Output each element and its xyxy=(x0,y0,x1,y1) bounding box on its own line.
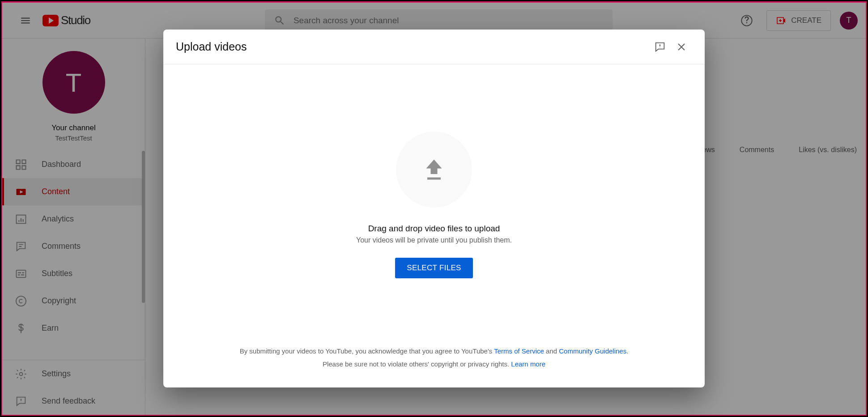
upload-dialog: Upload videos Drag and drop video files … xyxy=(163,30,705,387)
close-button[interactable] xyxy=(671,36,692,58)
feedback-button[interactable] xyxy=(649,36,671,58)
dialog-body: Drag and drop video files to upload Your… xyxy=(163,64,705,345)
dialog-footer: By submitting your videos to YouTube, yo… xyxy=(163,345,705,387)
dialog-header: Upload videos xyxy=(163,30,705,64)
upload-dropzone[interactable] xyxy=(396,132,472,208)
guidelines-link[interactable]: Community Guidelines xyxy=(559,347,626,355)
select-files-button[interactable]: SELECT FILES xyxy=(395,258,472,278)
learn-more-link[interactable]: Learn more xyxy=(511,360,545,368)
tos-link[interactable]: Terms of Service xyxy=(494,347,544,355)
drop-subtitle: Your videos will be private until you pu… xyxy=(356,236,512,244)
upload-icon xyxy=(421,156,447,183)
drop-title: Drag and drop video files to upload xyxy=(368,224,500,234)
feedback-icon xyxy=(654,41,666,53)
close-icon xyxy=(675,41,688,53)
dialog-title: Upload videos xyxy=(176,40,649,53)
